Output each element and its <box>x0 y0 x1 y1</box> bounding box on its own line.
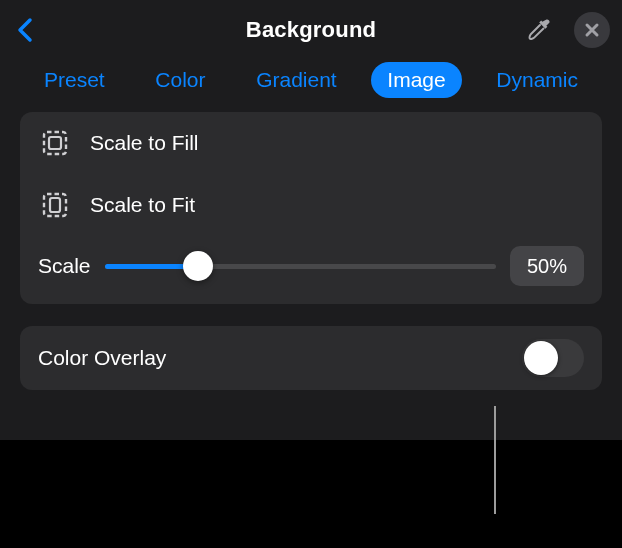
option-scale-to-fill[interactable]: Scale to Fill <box>20 112 602 174</box>
tab-gradient[interactable]: Gradient <box>240 62 353 98</box>
scale-value[interactable]: 50% <box>510 246 584 286</box>
tab-preset[interactable]: Preset <box>28 62 121 98</box>
color-overlay-row: Color Overlay <box>20 326 602 390</box>
tab-dynamic[interactable]: Dynamic <box>480 62 594 98</box>
scale-label: Scale <box>38 254 91 278</box>
slider-thumb[interactable] <box>183 251 213 281</box>
scale-slider[interactable] <box>105 252 496 280</box>
option-scale-to-fit[interactable]: Scale to Fit <box>20 174 602 236</box>
color-overlay-toggle[interactable] <box>522 339 584 377</box>
toggle-knob <box>524 341 558 375</box>
close-icon <box>584 22 600 38</box>
eyedropper-button[interactable] <box>522 13 556 47</box>
svg-rect-0 <box>44 132 66 154</box>
color-overlay-card: Color Overlay <box>20 326 602 390</box>
back-button[interactable] <box>14 16 36 44</box>
callout-leader-line <box>494 406 496 514</box>
background-panel: Background Preset Color Gradient Image D… <box>0 0 622 440</box>
color-overlay-label: Color Overlay <box>38 346 166 370</box>
scale-to-fill-icon <box>38 126 72 160</box>
header-actions <box>522 12 610 48</box>
eyedropper-icon <box>526 17 552 43</box>
option-label: Scale to Fit <box>90 193 195 217</box>
panel-header: Background <box>0 0 622 60</box>
image-options-card: Scale to Fill Scale to Fit Scale 50% <box>20 112 602 304</box>
tab-color[interactable]: Color <box>139 62 221 98</box>
scale-to-fit-icon <box>38 188 72 222</box>
svg-rect-3 <box>50 198 60 212</box>
tab-image[interactable]: Image <box>371 62 461 98</box>
svg-rect-1 <box>49 137 61 149</box>
scale-row: Scale 50% <box>20 236 602 304</box>
tab-bar: Preset Color Gradient Image Dynamic <box>0 60 622 112</box>
chevron-left-icon <box>17 17 33 43</box>
option-label: Scale to Fill <box>90 131 199 155</box>
panel-title: Background <box>246 17 376 43</box>
close-button[interactable] <box>574 12 610 48</box>
